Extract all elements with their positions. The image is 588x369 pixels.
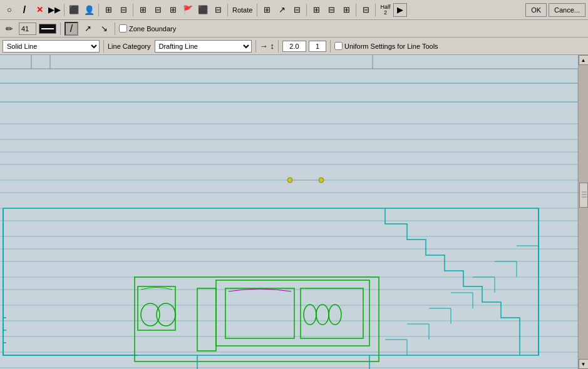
zone-boundary-checkbox[interactable] — [119, 24, 127, 33]
snap1-icon[interactable]: ⊞ — [309, 3, 323, 17]
sep1 — [64, 4, 64, 16]
sep14 — [330, 40, 331, 53]
forward-icon[interactable]: ▶▶ — [48, 3, 61, 17]
measure-icon[interactable]: ⊟ — [359, 3, 373, 17]
wall-icon[interactable]: ⊞ — [136, 3, 150, 17]
uniform-settings-wrap: Uniform Settings for Line Tools — [334, 42, 438, 50]
scroll-down-arrow[interactable]: ▼ — [579, 359, 589, 369]
zone-boundary-wrap: Zone Boundary — [119, 24, 176, 33]
fence-icon[interactable]: ⊟ — [151, 3, 165, 17]
zone-boundary-label: Zone Boundary — [129, 25, 176, 33]
grid1-icon[interactable]: ⊞ — [101, 3, 115, 17]
svg-point-43 — [316, 305, 329, 325]
grid2-icon[interactable]: ⊟ — [116, 3, 130, 17]
sep2 — [98, 4, 99, 16]
line-type-select[interactable]: Solid Line Dashed Line Dotted Line Cente… — [3, 40, 100, 53]
count-input[interactable] — [309, 41, 326, 52]
svg-rect-41 — [301, 288, 363, 338]
scroll-up-arrow[interactable]: ▲ — [579, 55, 589, 65]
svg-point-42 — [304, 305, 316, 325]
vertical-scrollbar[interactable]: ▲ ▼ — [578, 55, 588, 369]
arrow-right-icon[interactable]: ↗ — [81, 22, 95, 36]
cad-svg — [0, 55, 588, 369]
svg-point-24 — [287, 178, 292, 183]
cancel-button[interactable]: Cance... — [549, 3, 585, 17]
diagonal-line-icon[interactable]: / — [64, 22, 78, 36]
rotate-label: Rotate — [232, 6, 252, 14]
sep12 — [255, 40, 256, 53]
circle-icon[interactable]: ○ — [3, 3, 16, 17]
sep4 — [227, 4, 228, 16]
line-width-value: 41 — [21, 25, 29, 33]
line-preview-inner — [41, 28, 54, 29]
sep8 — [375, 4, 376, 16]
svg-point-36 — [141, 303, 160, 326]
drawing-area[interactable]: ▲ ▼ — [0, 55, 588, 369]
close-icon[interactable]: ✕ — [33, 3, 46, 17]
toolbar-row3: Solid Line Dashed Line Dotted Line Cente… — [0, 38, 588, 55]
sep13 — [278, 40, 279, 53]
arrow-right-label: → — [260, 41, 268, 51]
uniform-settings-label: Uniform Settings for Line Tools — [344, 43, 438, 50]
sep7 — [356, 4, 356, 16]
toolbar-row1: ○ / ✕ ▶▶ ⬛ 👤 ⊞ ⊟ ⊞ ⊟ ⊞ 🚩 ⬛ ⊟ Rotate ⊞ ↗ … — [0, 0, 588, 20]
scroll-track[interactable] — [579, 65, 589, 359]
tool1-icon[interactable]: ⊞ — [260, 3, 274, 17]
svg-rect-35 — [138, 286, 175, 330]
tool3-icon[interactable]: ⊟ — [290, 3, 304, 17]
line-width-box: 41 — [19, 23, 36, 35]
stamp-icon[interactable]: ⬛ — [67, 3, 81, 17]
svg-point-44 — [329, 305, 341, 325]
length-input[interactable] — [282, 41, 306, 52]
half-label: Half 2 — [380, 4, 390, 16]
svg-rect-34 — [135, 277, 379, 361]
line-category-select[interactable]: Drafting Line Wall Line Hidden Line Cent… — [155, 40, 252, 53]
line-preview-box[interactable] — [39, 24, 56, 34]
ok-button[interactable]: OK — [525, 3, 547, 17]
svg-point-25 — [319, 178, 324, 183]
sep5 — [257, 4, 257, 16]
svg-rect-39 — [216, 280, 369, 346]
slash-icon[interactable]: / — [18, 3, 31, 17]
sep9 — [60, 23, 61, 35]
person-icon[interactable]: 👤 — [82, 3, 96, 17]
flag-icon[interactable]: 🚩 — [181, 3, 195, 17]
book-icon[interactable]: ⊞ — [166, 3, 180, 17]
arrow-updown-label: ↕ — [271, 41, 275, 51]
uniform-settings-checkbox[interactable] — [334, 42, 343, 50]
svg-point-37 — [157, 303, 175, 326]
svg-rect-40 — [225, 288, 294, 338]
stairs-icon[interactable]: ⊟ — [211, 3, 225, 17]
sep11 — [103, 40, 104, 53]
sep6 — [306, 4, 307, 16]
sep3 — [133, 4, 133, 16]
svg-rect-27 — [3, 208, 539, 355]
window-icon[interactable]: ⬛ — [196, 3, 210, 17]
toolbar-row2: ✏ 41 / ↗ ↘ Zone Boundary — [0, 20, 588, 38]
ok-cancel-area: OK Cance... — [525, 3, 585, 17]
pencil-icon[interactable]: ✏ — [3, 22, 16, 36]
line-category-label: Line Category — [108, 43, 151, 50]
sep10 — [115, 23, 115, 35]
tool2-icon[interactable]: ↗ — [275, 3, 289, 17]
scroll-thumb[interactable] — [579, 183, 588, 208]
arrow-diagonal-icon[interactable]: ↘ — [97, 22, 111, 36]
snap2-icon[interactable]: ⊟ — [324, 3, 338, 17]
snap3-icon[interactable]: ⊞ — [339, 3, 353, 17]
play-icon[interactable]: ▶ — [393, 3, 407, 17]
svg-rect-38 — [197, 288, 216, 351]
